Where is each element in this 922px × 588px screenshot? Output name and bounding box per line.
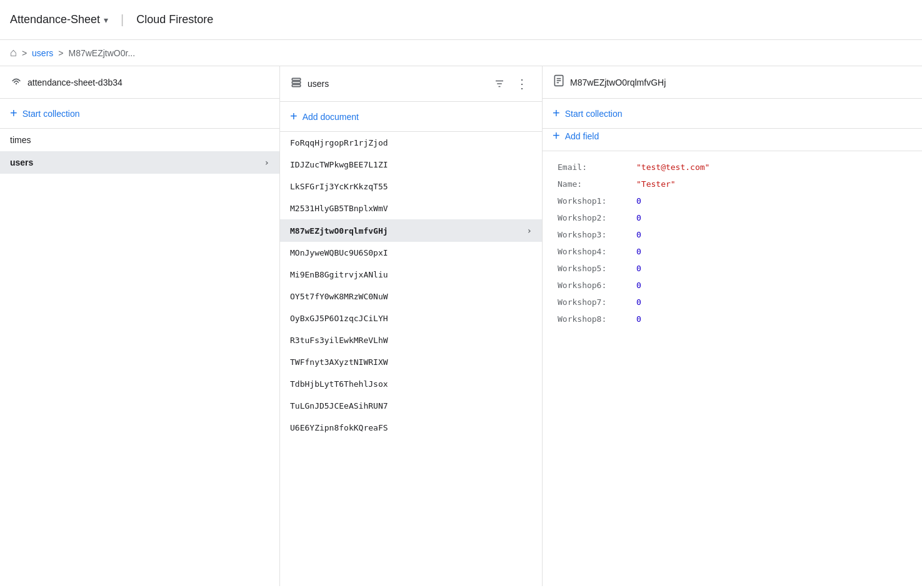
add-document-button[interactable]: + Add document	[280, 102, 542, 132]
middle-panel-actions: ⋮	[489, 74, 532, 94]
svg-rect-3	[292, 84, 300, 86]
list-item[interactable]: U6E6YZipn8fokKQreaFS	[280, 417, 542, 439]
more-button[interactable]: ⋮	[512, 74, 532, 94]
list-item[interactable]: LkSFGrIj3YcKrKkzqT55	[280, 176, 542, 197]
plus-icon-right: +	[553, 106, 560, 121]
field-row: Workshop7:0	[543, 294, 922, 311]
field-row: Workshop6:0	[543, 277, 922, 294]
field-row: Email:"test@test.com"	[543, 159, 922, 176]
plus-icon-add-field: +	[553, 129, 560, 143]
right-panel-title: M87wEZjtwO0rqlmfvGHj	[570, 77, 912, 87]
list-item[interactable]: R3tuFs3yilEwkMReVLhW	[280, 329, 542, 351]
field-row: Workshop1:0	[543, 192, 922, 209]
filter-button[interactable]	[489, 74, 509, 94]
list-item[interactable]: OY5t7fY0wK8MRzWC0NuW	[280, 286, 542, 307]
list-item[interactable]: M87wEZjtwO0rqlmfvGHj›	[280, 219, 542, 242]
plus-icon-middle: +	[290, 109, 298, 124]
start-collection-button-left[interactable]: + Start collection	[0, 99, 279, 129]
field-row: Workshop3:0	[543, 226, 922, 243]
list-item[interactable]: IDJZucTWPkwgBEE7L1ZI	[280, 154, 542, 176]
svg-point-0	[16, 83, 18, 85]
list-item[interactable]: TWFfnyt3AXyztNIWRIXW	[280, 351, 542, 373]
list-item[interactable]: TuLGnJD5JCEeASihRUN7	[280, 395, 542, 417]
left-panel-list: timesusers›	[0, 129, 279, 586]
list-item[interactable]: M2531HlyGB5TBnplxWmV	[280, 197, 542, 219]
breadcrumb: ⌂ > users > M87wEZjtwO0r...	[0, 40, 922, 66]
breadcrumb-sep-2: >	[58, 48, 63, 58]
field-row: Name:"Tester"	[543, 176, 922, 192]
breadcrumb-sep-1: >	[22, 48, 27, 58]
database-icon	[10, 74, 23, 90]
topbar: Attendance-Sheet ▾ | Cloud Firestore	[0, 0, 922, 40]
left-panel-header: attendance-sheet-d3b34	[0, 66, 279, 99]
add-document-label: Add document	[303, 112, 359, 122]
app-name-text: Attendance-Sheet	[10, 13, 100, 26]
middle-panel: users ⋮ + Add document FoRqqHjrgopRr1rjZ…	[280, 66, 543, 586]
add-field-button[interactable]: + Add field	[543, 129, 922, 151]
svg-rect-2	[292, 81, 300, 83]
list-item[interactable]: users›	[0, 151, 279, 174]
left-panel: attendance-sheet-d3b34 + Start collectio…	[0, 66, 280, 586]
add-field-label: Add field	[565, 131, 599, 141]
list-item[interactable]: FoRqqHjrgopRr1rjZjod	[280, 132, 542, 154]
middle-panel-title: users	[308, 79, 484, 89]
start-collection-label-right: Start collection	[565, 109, 623, 119]
home-icon[interactable]: ⌂	[10, 46, 17, 59]
svg-rect-1	[292, 78, 300, 80]
list-item[interactable]: MOnJyweWQBUc9U6S0pxI	[280, 242, 542, 264]
right-panel: M87wEZjtwO0rqlmfvGHj + Start collection …	[543, 66, 922, 586]
list-item[interactable]: TdbHjbLytT6ThehlJsox	[280, 373, 542, 395]
left-panel-title: attendance-sheet-d3b34	[28, 77, 269, 87]
field-row: Workshop5:0	[543, 260, 922, 277]
collection-icon	[290, 76, 303, 92]
breadcrumb-users[interactable]: users	[32, 48, 53, 58]
right-panel-header: M87wEZjtwO0rqlmfvGHj	[543, 66, 922, 99]
start-collection-button-right[interactable]: + Start collection	[543, 99, 922, 129]
service-name: Cloud Firestore	[136, 13, 213, 26]
breadcrumb-document: M87wEZjtwO0r...	[68, 48, 135, 58]
field-row: Workshop2:0	[543, 209, 922, 226]
panels: attendance-sheet-d3b34 + Start collectio…	[0, 66, 922, 586]
document-icon	[553, 74, 565, 90]
list-item[interactable]: Mi9EnB8GgitrvjxANliu	[280, 264, 542, 286]
field-row: Workshop8:0	[543, 311, 922, 327]
list-item[interactable]: times	[0, 129, 279, 151]
app-name[interactable]: Attendance-Sheet ▾	[10, 13, 108, 26]
app-dropdown-chevron[interactable]: ▾	[104, 15, 108, 25]
start-collection-label-left: Start collection	[23, 109, 80, 119]
list-item[interactable]: OyBxGJ5P6O1zqcJCiLYH	[280, 307, 542, 329]
field-list: Email:"test@test.com"Name:"Tester"Worksh…	[543, 151, 922, 586]
topbar-separator: |	[121, 12, 124, 27]
field-row: Workshop4:0	[543, 243, 922, 260]
middle-panel-header: users ⋮	[280, 66, 542, 102]
plus-icon-left: +	[10, 106, 18, 121]
middle-panel-list[interactable]: FoRqqHjrgopRr1rjZjodIDJZucTWPkwgBEE7L1ZI…	[280, 132, 542, 586]
